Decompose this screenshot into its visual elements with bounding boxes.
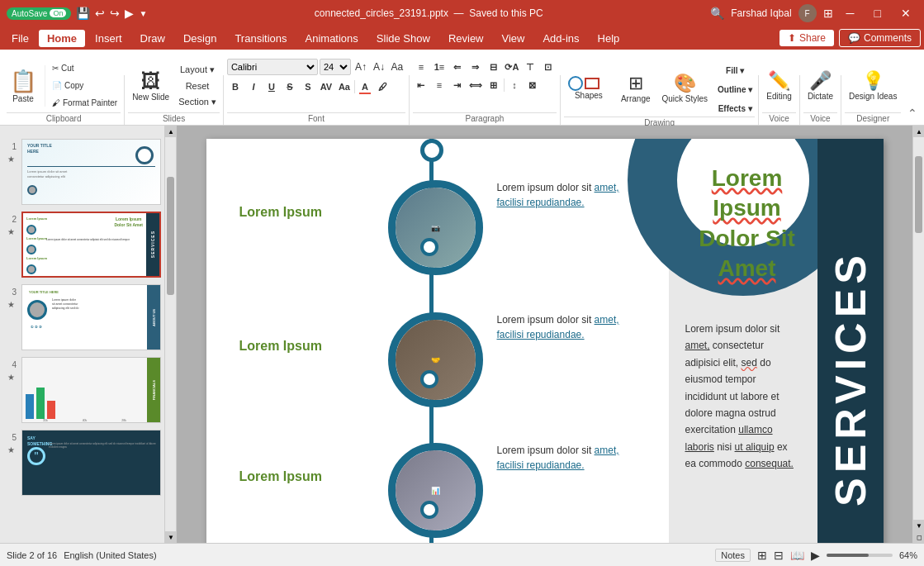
scroll-up-button[interactable]: ▲ xyxy=(165,126,177,137)
justify-button[interactable]: ⟺ xyxy=(467,77,484,93)
shape-fill-button[interactable]: Fill ▾ xyxy=(715,62,755,78)
change-case-button[interactable]: Aa xyxy=(336,78,353,95)
vertical-scroll-right[interactable]: ▲ ▼ ◻ xyxy=(912,126,924,543)
slide-thumb-4[interactable]: FINANCIALS 35k 40k 28k xyxy=(21,357,161,423)
text-direction-button[interactable]: ⟳A xyxy=(504,59,520,75)
maximize-button[interactable]: □ xyxy=(868,5,888,21)
slide-item-5[interactable]: 5 ★ SAYSOMETHING " Lorem ipsum dolor sit… xyxy=(3,430,161,496)
menu-review[interactable]: Review xyxy=(440,30,492,47)
dropdown-icon[interactable]: ▼ xyxy=(139,9,147,18)
numbering-button[interactable]: 1≡ xyxy=(431,59,448,75)
shadow-button[interactable]: S xyxy=(300,78,316,95)
align-right-button[interactable]: ⇥ xyxy=(449,77,466,93)
scroll-thumb[interactable] xyxy=(167,177,174,295)
quick-styles-button[interactable]: 🎨 Quick Styles xyxy=(658,70,713,106)
slide-item-1[interactable]: 1 ★ YOUR TITLEHERE Lorem ipsum dolor sit… xyxy=(3,139,161,205)
menu-slideshow[interactable]: Slide Show xyxy=(368,30,438,47)
scroll-down-right-button[interactable]: ▼ xyxy=(913,520,924,531)
font-size-select[interactable]: 24 xyxy=(320,59,351,75)
strikethrough-button[interactable]: S xyxy=(282,78,298,95)
slide-thumb-5[interactable]: SAYSOMETHING " Lorem ipsum dolor sit ame… xyxy=(21,430,161,496)
close-button[interactable]: ✕ xyxy=(894,5,917,21)
slide1-title: YOUR TITLEHERE xyxy=(27,143,52,154)
design-ideas-button[interactable]: 💡 Design Ideas xyxy=(845,68,901,103)
share-button[interactable]: ⬆ Share xyxy=(779,30,834,46)
para-spacing-button[interactable]: ⊠ xyxy=(524,77,541,93)
menu-view[interactable]: View xyxy=(494,30,533,47)
scroll-up-right-button[interactable]: ▲ xyxy=(913,126,924,137)
char-spacing-button[interactable]: AV xyxy=(318,78,334,95)
slide-thumb-2[interactable]: SERVICES Lorem Ipsum Lorem Ipsum Lorem I… xyxy=(21,212,161,278)
reading-view-button[interactable]: 📖 xyxy=(790,549,804,562)
copy-button[interactable]: 📄 Copy xyxy=(49,78,121,93)
menu-transitions[interactable]: Transitions xyxy=(226,30,295,47)
decrease-indent-button[interactable]: ⇐ xyxy=(449,59,466,75)
cut-button[interactable]: ✂ Cut xyxy=(49,60,121,76)
align-left-button[interactable]: ⇤ xyxy=(413,77,429,93)
font-grow-button[interactable]: A↑ xyxy=(353,59,369,75)
slide-canvas[interactable]: 📷 Lorem Ipsum Lorem ipsum dolor sit amet… xyxy=(206,139,884,543)
font-color-button[interactable]: A xyxy=(357,78,373,95)
slide-item-4[interactable]: 4 ★ FINANCIALS 35k 40k 28k xyxy=(3,357,161,423)
section2-body: Lorem ipsum dolor sit amet, facilisi rep… xyxy=(497,312,654,342)
editing-button[interactable]: ✏️ Editing xyxy=(762,68,796,103)
scroll-thumb-right[interactable] xyxy=(915,156,922,233)
slide-item-2[interactable]: 2 ★ SERVICES Lorem Ipsum Lorem Ipsum Lor… xyxy=(3,212,161,278)
layout-button[interactable]: Layout ▾ xyxy=(175,63,220,77)
menu-animations[interactable]: Animations xyxy=(297,30,367,47)
smartart-button[interactable]: ⊡ xyxy=(540,59,557,75)
search-icon[interactable]: 🔍 xyxy=(710,7,724,20)
normal-view-button[interactable]: ⊞ xyxy=(757,549,767,562)
bold-button[interactable]: B xyxy=(227,78,244,95)
justify-low-button[interactable]: ⊞ xyxy=(486,77,502,93)
slideshow-button[interactable]: ▶ xyxy=(811,549,820,562)
font-shrink-button[interactable]: A↓ xyxy=(371,59,387,75)
slide-thumb-3[interactable]: ABOUT US YOUR TITLE HERE Lorem ipsum dol… xyxy=(21,284,161,350)
scroll-down-button[interactable]: ▼ xyxy=(165,531,177,543)
font-family-select[interactable]: Calibri xyxy=(227,59,318,75)
menu-addins[interactable]: Add-ins xyxy=(534,30,587,47)
undo-icon[interactable]: ↩ xyxy=(95,7,105,20)
save-icon[interactable]: 💾 xyxy=(76,7,90,20)
reset-button[interactable]: Reset xyxy=(175,79,220,93)
dictate-button[interactable]: 🎤 Dictate xyxy=(803,68,837,103)
underline-button[interactable]: U xyxy=(263,78,280,95)
italic-button[interactable]: I xyxy=(245,78,262,95)
clear-format-button[interactable]: Aa xyxy=(389,59,405,75)
columns-button[interactable]: ⊟ xyxy=(486,59,502,75)
ribbon-expand-icon[interactable]: ⌃ xyxy=(907,107,917,120)
line-spacing-button[interactable]: ↕ xyxy=(506,77,523,93)
menu-help[interactable]: Help xyxy=(590,30,628,47)
menu-design[interactable]: Design xyxy=(175,30,225,47)
highlight-button[interactable]: 🖊 xyxy=(375,78,391,95)
text-align-vert-button[interactable]: ⊤ xyxy=(522,59,538,75)
autosave-toggle[interactable]: AutoSave On xyxy=(7,7,71,20)
zoom-slider[interactable] xyxy=(827,554,893,557)
comments-button[interactable]: 💬 Comments xyxy=(839,29,921,47)
shapes-button[interactable]: Shapes xyxy=(564,74,614,102)
notes-button[interactable]: Notes xyxy=(715,549,751,562)
slides-group: 🖼 New Slide Layout ▾ Reset Section ▾ Sli… xyxy=(128,59,220,125)
slide-sorter-button[interactable]: ⊟ xyxy=(774,549,784,562)
slide-item-3[interactable]: 3 ★ ABOUT US YOUR TITLE HERE Lorem ipsum… xyxy=(3,284,161,350)
menu-draw[interactable]: Draw xyxy=(132,30,173,47)
format-painter-button[interactable]: 🖌 Format Painter xyxy=(49,95,121,111)
vertical-scroll-left[interactable]: ▲ ▼ xyxy=(165,126,177,543)
paste-button[interactable]: 📋 Paste xyxy=(7,65,40,107)
present-icon[interactable]: ▶ xyxy=(125,7,134,20)
increase-indent-button[interactable]: ⇒ xyxy=(467,59,484,75)
section-button[interactable]: Section ▾ xyxy=(175,95,220,109)
shape-effects-button[interactable]: Effects ▾ xyxy=(715,100,755,117)
minimize-button[interactable]: ─ xyxy=(840,5,861,21)
arrange-button[interactable]: ⊞ Arrange xyxy=(617,70,655,106)
shape-outline-button[interactable]: Outline ▾ xyxy=(715,81,755,98)
ribbon-toggle-icon[interactable]: ⊞ xyxy=(823,7,833,20)
redo-icon[interactable]: ↪ xyxy=(110,7,120,20)
menu-insert[interactable]: Insert xyxy=(87,30,130,47)
menu-home[interactable]: Home xyxy=(39,30,85,47)
menu-file[interactable]: File xyxy=(3,30,37,47)
bullets-button[interactable]: ≡ xyxy=(413,59,429,75)
new-slide-button[interactable]: 🖼 New Slide xyxy=(128,67,173,104)
slide-thumb-1[interactable]: YOUR TITLEHERE Lorem ipsum dolor sit ame… xyxy=(21,139,161,205)
align-center-button[interactable]: ≡ xyxy=(431,77,448,93)
